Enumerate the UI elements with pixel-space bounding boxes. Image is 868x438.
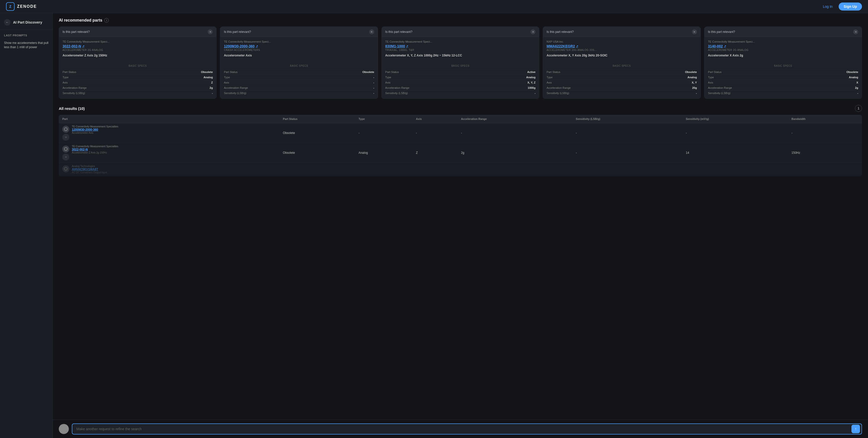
row-partid-1[interactable]: 3022-002-N — [72, 148, 118, 151]
row-sens-mv-1: 14 — [682, 143, 788, 163]
page-badge: 1 — [855, 105, 862, 112]
card-relevance-label-0: Is this part relevant? — [63, 30, 90, 34]
card-relevance-label-2: Is this part relevant? — [385, 30, 412, 34]
row-icon-0 — [62, 126, 69, 133]
ext-icon-3: ↗ — [576, 45, 578, 48]
specs-table-3: Part StatusObsolete TypeAnalog AxisX, Y … — [547, 69, 697, 96]
chat-input[interactable] — [72, 424, 862, 435]
col-axis: Axis — [412, 115, 457, 123]
send-button[interactable]: ↑ — [851, 425, 860, 433]
part-desc-4: Accelerometer X Axis 2g — [708, 54, 858, 62]
row-bw-1: 150Hz — [788, 143, 862, 163]
ext-icon-1: ↗ — [256, 45, 258, 48]
row-sens-lsb-0: - — [572, 123, 682, 143]
row-part-1: ✕ TE Connectivity Measurement Specialtie… — [59, 143, 279, 163]
card-3: Is this part relevant? ✕ NXP USA Inc. MM… — [543, 27, 701, 99]
row-supplier-0: TE Connectivity Measurement Specialties — [72, 125, 118, 128]
row-partid-2[interactable]: AHVAC5KV1MA8T — [72, 168, 107, 171]
part-link-1[interactable]: 1200M30-2000-360 ↗ — [224, 44, 374, 48]
card-2: Is this part relevant? ✕ TE Connectivity… — [381, 27, 539, 99]
row-accel-0: - — [457, 123, 572, 143]
row-type-2 — [355, 163, 412, 176]
part-supplier-2: TE Connectivity Measurement Speci... — [385, 40, 535, 43]
row-axis-0: - — [412, 123, 457, 143]
spec-row-accel-0: Acceleration Range 2g — [63, 85, 213, 90]
part-category-1: CRASH ACCELEROMETERS — [224, 49, 374, 52]
part-link-3[interactable]: MMA6222KEGR2 ↗ — [547, 44, 697, 48]
row-type-0: - — [355, 123, 412, 143]
card-close-4[interactable]: ✕ — [853, 29, 858, 34]
part-category-4: ACCELEROMETER 2G ANALOG — [708, 49, 858, 52]
card-body-0: TE Connectivity Measurement Speci... 302… — [59, 37, 216, 99]
info-icon[interactable]: i — [104, 18, 109, 23]
row-desc-2: AC DC Converters Output Input — [72, 171, 107, 174]
card-body-2: TE Connectivity Measurement Speci... 830… — [382, 37, 539, 99]
table-row: ✕ TE Connectivity Measurement Specialtie… — [59, 143, 862, 163]
row-close-1[interactable]: ✕ — [62, 154, 69, 161]
part-desc-2: Accelerometer X, Y, Z Axis 1000g 2Hz ~ 1… — [385, 54, 535, 62]
part-category-2: TRIAXIAL, 1000G, T&R — [385, 49, 535, 52]
top-nav: Z ZENODE Log In Sign Up — [0, 0, 868, 13]
basic-specs-label-0: Basic Specs — [63, 64, 213, 67]
main-content: AI recommended parts i Is this part rele… — [53, 13, 868, 438]
part-supplier-4: TE Connectivity Measurement Speci... — [708, 40, 858, 43]
row-supplier-2: Analog Technologies — [72, 165, 107, 168]
col-part: Part — [59, 115, 279, 123]
ext-icon-4: ↗ — [724, 45, 726, 48]
logo-icon: Z — [6, 2, 14, 11]
card-0: Is this part relevant? ✕ TE Connectivity… — [59, 27, 217, 99]
part-desc-0: Accelerometer Z Axis 2g 150Hz — [63, 54, 213, 62]
back-button[interactable]: ← — [4, 19, 10, 26]
card-close-2[interactable]: ✕ — [530, 29, 535, 34]
part-link-0[interactable]: 3022-002-N ↗ — [63, 44, 213, 48]
card-body-4: TE Connectivity Measurement Speci... 314… — [705, 37, 862, 99]
prompt-item[interactable]: Show me acceleometers that pull less tha… — [0, 39, 53, 52]
row-close-0[interactable]: ✕ — [62, 134, 69, 141]
row-axis-1: Z — [412, 143, 457, 163]
card-header-2: Is this part relevant? ✕ — [382, 27, 539, 37]
sidebar: ← AI Part Discovery Last Prompts Show me… — [0, 13, 53, 438]
row-accel-1: 2g — [457, 143, 572, 163]
part-supplier-1: TE Connectivity Measurement Speci... — [224, 40, 374, 43]
part-link-4[interactable]: 3140-002 ↗ — [708, 44, 858, 48]
login-button[interactable]: Log In — [820, 3, 836, 10]
signup-button[interactable]: Sign Up — [839, 2, 862, 10]
basic-specs-label-4: Basic Specs — [708, 64, 858, 67]
basic-specs-label-2: Basic Specs — [385, 64, 535, 67]
table-row: ✕ TE Connectivity Measurement Specialtie… — [59, 123, 862, 143]
part-link-2[interactable]: 830M1-1000 ↗ — [385, 44, 535, 48]
ai-section-title: AI recommended parts — [59, 18, 102, 23]
logo-text: ZENODE — [17, 4, 37, 9]
sidebar-title: AI Part Discovery — [13, 20, 42, 24]
row-icon-1 — [62, 145, 69, 153]
basic-specs-label-1: Basic Specs — [224, 64, 374, 67]
col-type: Type — [355, 115, 412, 123]
card-close-1[interactable]: ✕ — [369, 29, 374, 34]
row-bw-0: - — [788, 123, 862, 143]
card-header-1: Is this part relevant? ✕ — [220, 27, 377, 37]
col-sens-lsb: Sensitivity (LSB/g) — [572, 115, 682, 123]
chat-input-wrap: ↑ — [72, 424, 862, 435]
basic-specs-label-3: Basic Specs — [547, 64, 697, 67]
row-partid-0[interactable]: 1200M30-2000-360 — [72, 128, 118, 131]
cards-row: Is this part relevant? ✕ TE Connectivity… — [59, 27, 862, 99]
part-supplier-0: TE Connectivity Measurement Speci... — [63, 40, 213, 43]
row-desc-0: Accelerometer Axis — [72, 131, 118, 134]
card-close-3[interactable]: ✕ — [692, 29, 697, 34]
specs-table-2: Part StatusActive TypeAnalog AxisX, Y, Z… — [385, 69, 535, 96]
spec-row-type-0: Type Analog — [63, 74, 213, 80]
card-body-3: NXP USA Inc. MMA6222KEGR2 ↗ ACCELEROMETE… — [543, 37, 700, 99]
spec-row-sens-0: Sensitivity (LSB/g) - — [63, 90, 213, 96]
card-4: Is this part relevant? ✕ TE Connectivity… — [704, 27, 862, 99]
row-icon-2 — [62, 165, 69, 172]
specs-table-4: Part StatusObsolete TypeAnalog AxisX Acc… — [708, 69, 858, 96]
chat-bar: ↑ — [53, 420, 868, 438]
results-header: All results (10) 1 — [59, 105, 862, 112]
card-close-0[interactable]: ✕ — [208, 29, 213, 34]
col-bw: Bandwidth — [788, 115, 862, 123]
row-bw-2 — [788, 163, 862, 176]
part-category-0: ACCELEROMETER 2G ANALOG — [63, 49, 213, 52]
logo-area: Z ZENODE — [6, 2, 37, 11]
card-1: Is this part relevant? ✕ TE Connectivity… — [220, 27, 378, 99]
results-table: Part Part Status Type Axis Acceleration … — [59, 115, 862, 176]
